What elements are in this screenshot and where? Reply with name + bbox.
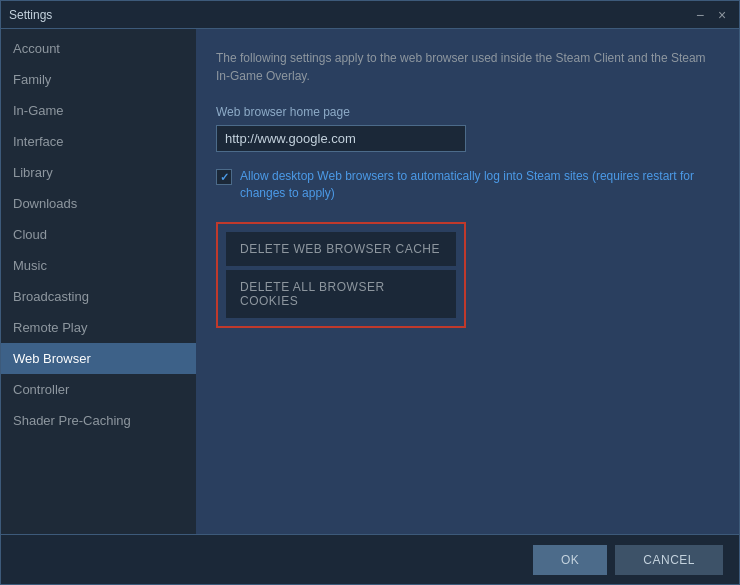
settings-window: Settings − × AccountFamilyIn-GameInterfa… bbox=[0, 0, 740, 585]
main-content: The following settings apply to the web … bbox=[196, 29, 739, 534]
action-buttons-container: DELETE WEB BROWSER CACHE DELETE ALL BROW… bbox=[216, 222, 466, 328]
titlebar: Settings − × bbox=[1, 1, 739, 29]
delete-cache-button[interactable]: DELETE WEB BROWSER CACHE bbox=[226, 232, 456, 266]
sidebar-item-account[interactable]: Account bbox=[1, 33, 196, 64]
content-area: AccountFamilyIn-GameInterfaceLibraryDown… bbox=[1, 29, 739, 534]
bottom-bar: OK CANCEL bbox=[1, 534, 739, 584]
sidebar-item-shader-pre-caching[interactable]: Shader Pre-Caching bbox=[1, 405, 196, 436]
sidebar: AccountFamilyIn-GameInterfaceLibraryDown… bbox=[1, 29, 196, 534]
sidebar-item-music[interactable]: Music bbox=[1, 250, 196, 281]
sidebar-item-family[interactable]: Family bbox=[1, 64, 196, 95]
titlebar-controls: − × bbox=[691, 6, 731, 24]
checkbox-row: Allow desktop Web browsers to automatica… bbox=[216, 168, 719, 202]
window-title: Settings bbox=[9, 8, 52, 22]
url-field-label: Web browser home page bbox=[216, 105, 719, 119]
checkbox-label: Allow desktop Web browsers to automatica… bbox=[240, 168, 719, 202]
auto-login-checkbox[interactable] bbox=[216, 169, 232, 185]
sidebar-item-controller[interactable]: Controller bbox=[1, 374, 196, 405]
sidebar-item-remote-play[interactable]: Remote Play bbox=[1, 312, 196, 343]
url-input[interactable] bbox=[216, 125, 466, 152]
sidebar-item-library[interactable]: Library bbox=[1, 157, 196, 188]
ok-button[interactable]: OK bbox=[533, 545, 607, 575]
sidebar-item-broadcasting[interactable]: Broadcasting bbox=[1, 281, 196, 312]
sidebar-item-downloads[interactable]: Downloads bbox=[1, 188, 196, 219]
description-text: The following settings apply to the web … bbox=[216, 49, 719, 85]
close-button[interactable]: × bbox=[713, 6, 731, 24]
minimize-button[interactable]: − bbox=[691, 6, 709, 24]
sidebar-item-web-browser[interactable]: Web Browser bbox=[1, 343, 196, 374]
cancel-button[interactable]: CANCEL bbox=[615, 545, 723, 575]
sidebar-item-cloud[interactable]: Cloud bbox=[1, 219, 196, 250]
delete-cookies-button[interactable]: DELETE ALL BROWSER COOKIES bbox=[226, 270, 456, 318]
sidebar-item-in-game[interactable]: In-Game bbox=[1, 95, 196, 126]
sidebar-item-interface[interactable]: Interface bbox=[1, 126, 196, 157]
